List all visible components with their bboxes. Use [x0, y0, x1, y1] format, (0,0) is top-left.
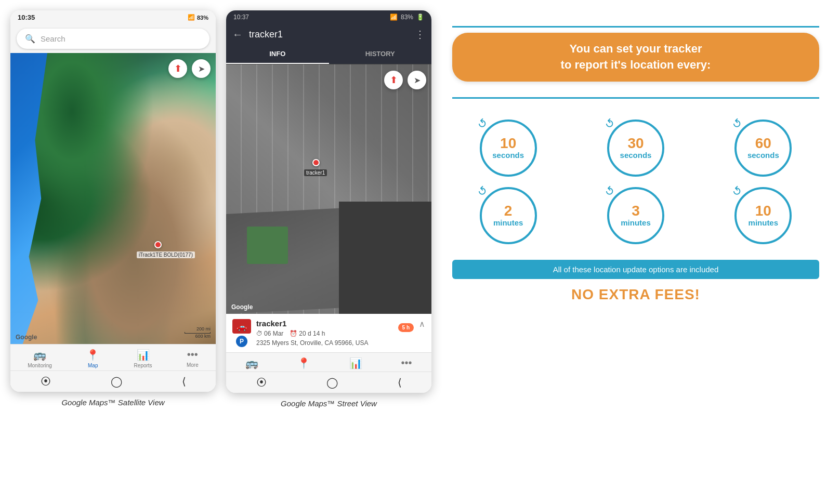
phone2-reports-icon: 📊	[349, 357, 362, 369]
circle-3min: ↺ 3 minutes	[580, 187, 691, 244]
phone2-nav-monitoring[interactable]: 🚌	[245, 357, 258, 369]
phone2-status-bar: 10:37 📶 83% 🔋	[226, 10, 431, 24]
circle-3min-arrow-icon: ↺	[601, 183, 618, 200]
circle-10sec-unit: seconds	[492, 151, 524, 160]
back-button[interactable]: ⟨	[182, 375, 186, 388]
scale-200mi: 200 mi	[196, 326, 211, 331]
timer-icon: ⏰	[290, 330, 297, 337]
nav-map[interactable]: 📍 Map	[86, 349, 99, 368]
tracker-label: iTrack1TE BOLD(0177)	[137, 251, 195, 258]
tracker2-label: tracker1	[304, 169, 327, 176]
battery-icon: 83%	[197, 15, 208, 21]
overflow-menu-button[interactable]: ⋮	[415, 28, 425, 41]
more-icon: •••	[187, 349, 198, 361]
circle-3min-number: 3	[632, 204, 640, 218]
reports-icon: 📊	[137, 349, 150, 361]
recent-apps-button[interactable]: ⦿	[41, 376, 51, 388]
location-button[interactable]: ➤	[192, 59, 211, 78]
phone1-wrapper: 10:35 📶 83% 🔍 Search ⬆	[10, 10, 216, 407]
search-input-container[interactable]: 🔍 Search	[17, 29, 209, 49]
location-icon: ➤	[198, 64, 205, 74]
circle-30sec-ring: ↺ 30 seconds	[607, 120, 664, 177]
phone2-time: 10:37	[233, 14, 249, 21]
clock-icon: ⏱	[256, 330, 262, 337]
map-icon: 📍	[86, 349, 99, 361]
nav-reports-label: Reports	[134, 363, 152, 368]
phone2-nav-map[interactable]: 📍	[297, 357, 310, 369]
info-icons: 🚗 P	[232, 319, 251, 347]
phone2-caption: Google Maps™ Street View	[281, 399, 377, 408]
building-overlay	[339, 202, 431, 314]
scale-600km: 600 km	[195, 334, 211, 339]
tracker-pin-dot	[154, 241, 162, 248]
circle-10sec-number: 10	[500, 136, 516, 151]
info-date: ⏱ 06 Mar	[256, 330, 283, 337]
back-arrow-button[interactable]: ←	[232, 29, 243, 41]
monitoring-icon: 🚌	[33, 349, 46, 361]
collapse-button[interactable]: ∧	[419, 319, 425, 329]
nav-more[interactable]: ••• More	[187, 349, 199, 368]
nav-map-label: Map	[88, 363, 98, 368]
phone1-caption: Google Maps™ Satellite View	[61, 398, 164, 407]
phone2-battery-text: 83%	[401, 14, 413, 21]
nav-monitoring-label: Monitoring	[28, 363, 52, 368]
circle-60sec-ring: ↺ 60 seconds	[734, 120, 792, 177]
nav-reports[interactable]: 📊 Reports	[134, 349, 152, 368]
phone2-back-button[interactable]: ⟨	[398, 376, 402, 389]
phone1-search-bar[interactable]: 🔍 Search	[10, 24, 216, 53]
phone2-nav-more[interactable]: •••	[401, 357, 412, 369]
no-extra-fees-text: NO EXTRA FEES!	[571, 286, 700, 303]
phone2-more-icon: •••	[401, 357, 412, 369]
circle-3min-unit: minutes	[621, 218, 651, 227]
circle-60sec: ↺ 60 seconds	[707, 120, 819, 177]
circle-30sec: ↺ 30 seconds	[580, 120, 691, 177]
phone2-nav-reports[interactable]: 📊	[349, 357, 362, 369]
home-button[interactable]: ◯	[111, 375, 122, 388]
infographic: You can set your tracker to report it's …	[442, 10, 830, 319]
phone2-map-icon: 📍	[297, 357, 310, 369]
search-icon: 🔍	[25, 34, 35, 44]
compass2-button[interactable]: ⬆	[384, 71, 403, 89]
circle-2min-arrow-icon: ↺	[474, 183, 490, 200]
nav-more-label: More	[187, 362, 199, 368]
phone2-signal-icon: 📶	[390, 14, 398, 21]
phone1-time: 10:35	[18, 14, 35, 21]
phone1-status-bar: 10:35 📶 83%	[10, 10, 216, 24]
phone2-recent-button[interactable]: ⦿	[256, 377, 267, 389]
phone2-system-bar: ⦿ ◯ ⟨	[226, 372, 431, 393]
main-container: 10:35 📶 83% 🔍 Search ⬆	[10, 10, 830, 408]
info-panel-top: 🚗 P tracker1 ⏱ 06 Mar ⏰ 20 d 14	[232, 319, 425, 347]
circle-2min-ring: ↺ 2 minutes	[480, 187, 537, 244]
signal-icon: 📶	[188, 14, 195, 21]
info-duration: ⏰ 20 d 14 h	[290, 330, 325, 337]
phone2-header: ← tracker1 ⋮	[226, 24, 431, 45]
circle-2min-unit: minutes	[493, 218, 523, 227]
google-logo-2: Google	[231, 303, 253, 311]
circle-10min-ring: ↺ 10 minutes	[734, 187, 792, 244]
circle-30sec-number: 30	[627, 136, 644, 151]
tab-info[interactable]: INFO	[226, 45, 329, 64]
info-date-text: 06 Mar	[264, 330, 283, 337]
info-tracker-name: tracker1	[256, 319, 393, 328]
circle-10min-number: 10	[755, 204, 771, 218]
tracker-pin	[154, 241, 164, 250]
circle-60sec-arrow-icon: ↺	[729, 116, 745, 132]
teal-line-bottom	[452, 97, 819, 99]
compass-button[interactable]: ⬆	[168, 59, 187, 78]
location2-icon: ➤	[414, 75, 421, 85]
title-line1: You can set your tracker	[569, 42, 702, 55]
green-area	[247, 227, 288, 264]
tab-history[interactable]: HISTORY	[329, 45, 432, 64]
phone2-aerial-map[interactable]: ⬆ ➤ tracker1 Google	[226, 64, 431, 314]
info-time-badge: 5 h	[398, 323, 414, 332]
circle-10min: ↺ 10 minutes	[707, 187, 819, 244]
google-logo: Google	[16, 334, 37, 341]
circle-10sec-ring: ↺ 10 seconds	[480, 120, 537, 177]
location2-button[interactable]: ➤	[408, 71, 426, 89]
nav-monitoring[interactable]: 🚌 Monitoring	[28, 349, 52, 368]
tracker2-pin-dot	[312, 159, 320, 166]
phone2-home-button[interactable]: ◯	[326, 376, 338, 389]
phone1-satellite-map[interactable]: ⬆ ➤ iTrack1TE BOLD(0177) Google 200 mi 6…	[10, 53, 216, 344]
circle-60sec-number: 60	[755, 136, 771, 151]
aerial-map-background	[226, 64, 431, 314]
